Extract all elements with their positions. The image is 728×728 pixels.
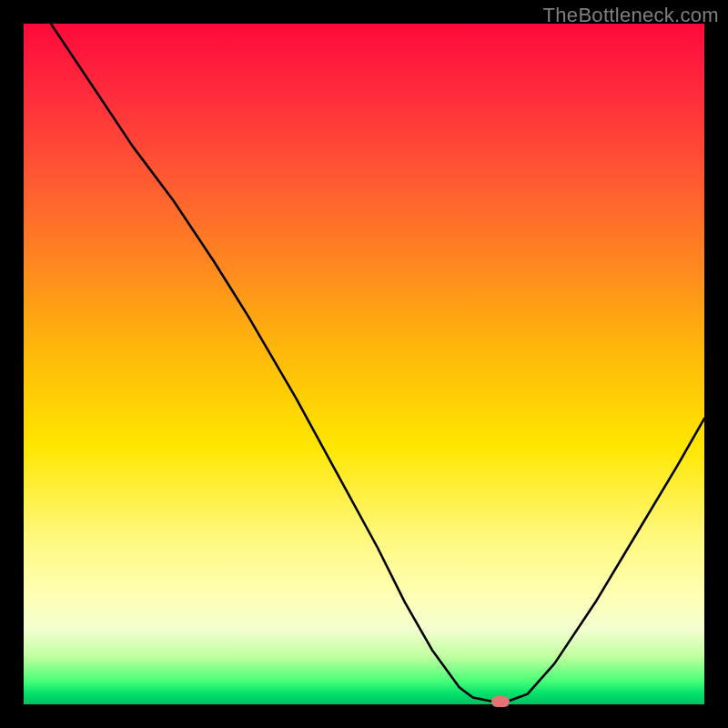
optimal-marker — [491, 696, 510, 707]
chart-frame: TheBottleneck.com — [0, 0, 728, 728]
curve-svg — [24, 24, 704, 704]
bottleneck-curve — [51, 24, 704, 702]
plot-area — [24, 24, 704, 704]
